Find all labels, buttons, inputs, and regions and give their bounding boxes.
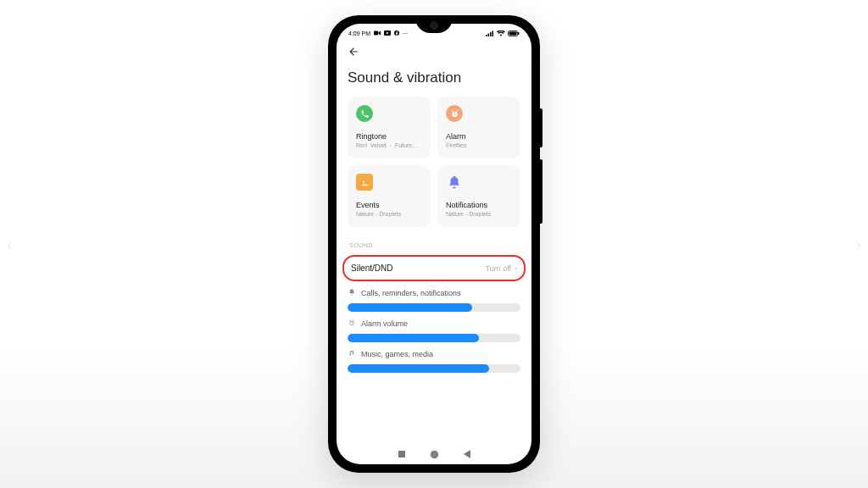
svg-rect-4 bbox=[488, 33, 490, 36]
svg-rect-8 bbox=[509, 31, 517, 35]
facebook-icon bbox=[394, 30, 399, 36]
signal-icon bbox=[486, 30, 494, 36]
svg-rect-9 bbox=[518, 32, 520, 35]
events-sub: Nature - Droplets bbox=[356, 211, 422, 217]
youtube-icon bbox=[384, 30, 391, 36]
svg-rect-6 bbox=[492, 30, 494, 36]
nav-back-button[interactable] bbox=[464, 450, 470, 458]
alarm-small-icon bbox=[348, 319, 356, 329]
ringtone-sub: Red_Velvet_-_Future… bbox=[356, 142, 422, 148]
calls-volume-label: Calls, reminders, notifications bbox=[361, 289, 461, 297]
events-card[interactable]: Events Nature - Droplets bbox=[348, 165, 431, 227]
media-volume-slider[interactable] bbox=[348, 364, 520, 373]
calls-volume-slider[interactable] bbox=[348, 303, 520, 312]
ringtone-title: Ringtone bbox=[356, 132, 422, 141]
silent-dnd-label: Silent/DND bbox=[351, 263, 392, 273]
alarm-volume-block: Alarm volume bbox=[348, 319, 520, 342]
media-volume-block: Music, games, media bbox=[348, 349, 520, 373]
alarm-card[interactable]: Alarm Fireflies bbox=[437, 97, 520, 158]
videocam-icon bbox=[374, 30, 381, 36]
wifi-icon bbox=[497, 30, 505, 36]
carousel-next[interactable]: › bbox=[855, 235, 861, 254]
music-icon bbox=[348, 349, 356, 359]
media-volume-label: Music, games, media bbox=[361, 350, 433, 358]
android-nav-bar bbox=[337, 446, 531, 463]
events-title: Events bbox=[356, 201, 422, 209]
bell-icon bbox=[446, 174, 463, 191]
calls-volume-fill bbox=[348, 303, 472, 312]
physical-button-bottom bbox=[540, 159, 542, 224]
nav-recents-button[interactable] bbox=[398, 451, 405, 458]
alarm-volume-fill bbox=[348, 334, 479, 342]
silent-dnd-row-highlight: Silent/DND Turn off › bbox=[342, 255, 526, 281]
svg-rect-5 bbox=[490, 32, 492, 36]
alarm-title: Alarm bbox=[446, 132, 512, 141]
sound-card-grid: Ringtone Red_Velvet_-_Future… Alarm Fire… bbox=[348, 97, 520, 227]
notifications-card[interactable]: Notifications Nature - Droplets bbox=[437, 165, 520, 227]
notifications-title: Notifications bbox=[446, 201, 512, 209]
svg-point-12 bbox=[362, 180, 364, 182]
ringtone-card[interactable]: Ringtone Red_Velvet_-_Future… bbox=[348, 97, 431, 158]
chevron-right-icon: › bbox=[515, 264, 517, 273]
svg-rect-0 bbox=[374, 31, 378, 36]
phone-icon bbox=[356, 105, 373, 122]
phone-frame: 4:09 PM ··· bbox=[328, 15, 540, 473]
alarm-volume-slider[interactable] bbox=[348, 334, 520, 342]
notifications-sub: Nature - Droplets bbox=[446, 211, 512, 217]
bell-small-icon bbox=[348, 288, 356, 298]
page-title: Sound & vibration bbox=[348, 69, 520, 86]
carousel-prev[interactable]: ‹ bbox=[7, 235, 13, 254]
media-volume-fill bbox=[348, 364, 489, 373]
svg-rect-3 bbox=[486, 35, 487, 36]
screen: 4:09 PM ··· bbox=[337, 24, 531, 464]
back-button[interactable] bbox=[348, 46, 359, 60]
nav-home-button[interactable] bbox=[431, 451, 438, 458]
alarm-volume-label: Alarm volume bbox=[361, 319, 408, 328]
physical-button-top bbox=[540, 108, 542, 147]
section-sound-label: SOUND bbox=[349, 242, 520, 248]
status-more-icon: ··· bbox=[403, 30, 408, 36]
alarm-sub: Fireflies bbox=[446, 142, 512, 148]
silent-dnd-row[interactable]: Silent/DND Turn off › bbox=[351, 262, 517, 274]
battery-icon bbox=[508, 30, 520, 36]
status-time: 4:09 PM bbox=[348, 30, 370, 36]
alarm-icon bbox=[446, 105, 463, 122]
events-icon bbox=[356, 174, 373, 191]
calls-volume-block: Calls, reminders, notifications bbox=[348, 288, 520, 312]
silent-dnd-value: Turn off bbox=[485, 264, 511, 273]
